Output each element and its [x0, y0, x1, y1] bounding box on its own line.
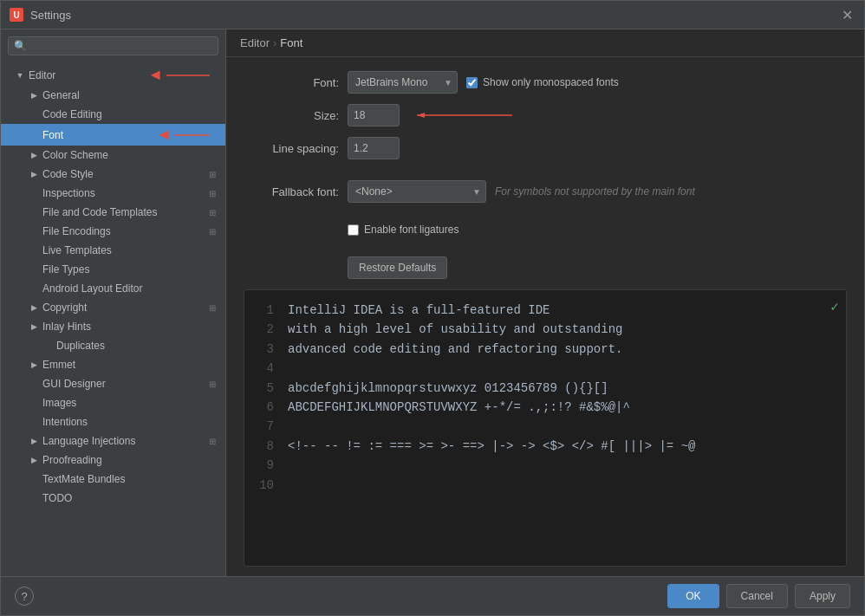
search-input[interactable]	[31, 40, 212, 52]
sidebar-item-font[interactable]: Font ◄	[1, 124, 225, 146]
sidebar-item-inspections[interactable]: Inspections ⊞	[1, 184, 225, 203]
expand-arrow-proofreading	[29, 455, 39, 465]
sidebar-item-gui-designer[interactable]: GUI Designer ⊞	[1, 374, 225, 393]
annotation-line-editor	[166, 68, 218, 82]
icon-right-gui-designer: ⊞	[206, 378, 218, 390]
preview-line-4: 4	[258, 359, 832, 378]
fallback-control: <None> ▼ For symbols not supported by th…	[348, 180, 695, 203]
sidebar-label-inlay-hints: Inlay Hints	[42, 321, 218, 333]
monospaced-checkbox-label[interactable]: Show only monospaced fonts	[466, 76, 619, 88]
sidebar-item-inlay-hints[interactable]: Inlay Hints	[1, 317, 225, 336]
line-num-10: 10	[258, 476, 274, 495]
sidebar-item-intentions[interactable]: Intentions	[1, 412, 225, 431]
monospaced-checkbox[interactable]	[466, 77, 478, 88]
sidebar-label-font: Font	[42, 129, 149, 141]
icon-right-inspections: ⊞	[206, 187, 218, 199]
search-wrap[interactable]: 🔍	[8, 36, 218, 55]
sidebar-item-duplicates[interactable]: Duplicates	[1, 336, 225, 355]
sidebar-label-live-templates: Live Templates	[42, 244, 218, 256]
breadcrumb-parent: Editor	[240, 36, 270, 49]
preview-line-5: 5 abcdefghijklmnopqrstuvwxyz 0123456789 …	[258, 379, 832, 398]
size-input[interactable]	[348, 104, 400, 126]
sidebar-label-color-scheme: Color Scheme	[42, 149, 218, 161]
sidebar-item-file-code-templates[interactable]: File and Code Templates ⊞	[1, 203, 225, 222]
sidebar-item-images[interactable]: Images	[1, 393, 225, 412]
sidebar-item-code-editing[interactable]: Code Editing	[1, 105, 225, 124]
fallback-select[interactable]: <None>	[348, 180, 486, 203]
breadcrumb-current: Font	[280, 36, 302, 49]
apply-button[interactable]: Apply	[795, 584, 850, 608]
cancel-button[interactable]: Cancel	[726, 584, 788, 608]
sidebar-item-proofreading[interactable]: Proofreading	[1, 451, 225, 470]
fallback-hint: For symbols not supported by the main fo…	[495, 185, 695, 198]
help-button[interactable]: ?	[15, 587, 34, 606]
settings-panel: Font: JetBrains Mono Consolas Courier Ne…	[226, 57, 864, 576]
dialog-body: 🔍 Editor ◄ General	[1, 29, 864, 576]
sidebar-item-code-style[interactable]: Code Style ⊞	[1, 165, 225, 184]
sidebar-item-file-encodings[interactable]: File Encodings ⊞	[1, 222, 225, 241]
ligatures-control: Enable font ligatures	[348, 224, 459, 236]
size-setting-row: Size:	[244, 104, 847, 126]
line-spacing-control	[348, 137, 400, 159]
font-select-wrap: JetBrains Mono Consolas Courier New Fira…	[348, 71, 458, 94]
line-code-1: IntelliJ IDEA is a full-featured IDE	[288, 301, 550, 320]
preview-line-2: 2 with a high level of usability and out…	[258, 320, 832, 339]
line-code-5: abcdefghijklmnopqrstuvwxyz 0123456789 ()…	[288, 379, 608, 398]
ligatures-checkbox-label[interactable]: Enable font ligatures	[348, 224, 459, 236]
tree-area: Editor ◄ General Code Editing	[1, 61, 225, 576]
sidebar-label-code-style: Code Style	[42, 168, 203, 180]
ligatures-checkbox[interactable]	[348, 224, 359, 236]
preview-line-3: 3 advanced code editing and refactoring …	[258, 340, 832, 359]
preview-line-6: 6 ABCDEFGHIJKLMNOPQRSTUVWXYZ +-*/= .,;:!…	[258, 398, 832, 417]
line-num-8: 8	[258, 437, 274, 456]
icon-right-code-style: ⊞	[206, 168, 218, 180]
sidebar-label-inspections: Inspections	[42, 187, 203, 199]
sidebar-label-todo: TODO	[42, 492, 218, 504]
preview-line-7: 7	[258, 417, 832, 436]
expand-arrow-emmet	[29, 360, 39, 370]
line-spacing-label: Line spacing:	[244, 142, 339, 155]
sidebar-item-general[interactable]: General	[1, 86, 225, 105]
expand-arrow-copyright	[29, 302, 39, 313]
search-icon: 🔍	[14, 40, 27, 52]
annotation-arrow-font: ◄	[156, 126, 172, 144]
ok-button[interactable]: OK	[667, 584, 719, 608]
sidebar-item-language-injections[interactable]: Language Injections ⊞	[1, 431, 225, 451]
app-icon: U	[10, 8, 23, 22]
close-button[interactable]: ✕	[838, 6, 855, 23]
sidebar-item-color-scheme[interactable]: Color Scheme	[1, 146, 225, 165]
sidebar-label-emmet: Emmet	[42, 359, 218, 371]
annotation-line-font	[175, 128, 218, 142]
sidebar-label-duplicates: Duplicates	[56, 340, 218, 352]
settings-dialog: U Settings ✕ 🔍 Editor ◄	[0, 0, 865, 616]
fallback-select-wrap: <None> ▼	[348, 180, 486, 203]
preview-area: ✓ 1 IntelliJ IDEA is a full-featured IDE…	[244, 289, 847, 567]
sidebar-label-file-code-templates: File and Code Templates	[42, 206, 203, 218]
line-code-8: <!-- -- != := === >= >- ==> |-> -> <$> <…	[288, 437, 695, 456]
sidebar-item-live-templates[interactable]: Live Templates	[1, 241, 225, 260]
check-icon: ✓	[830, 297, 839, 320]
sidebar-item-file-types[interactable]: File Types	[1, 260, 225, 279]
sidebar-item-copyright[interactable]: Copyright ⊞	[1, 298, 225, 317]
sidebar-item-textmate-bundles[interactable]: TextMate Bundles	[1, 470, 225, 489]
restore-btn-row: Restore Defaults	[244, 256, 847, 279]
font-label: Font:	[244, 76, 339, 89]
font-select[interactable]: JetBrains Mono Consolas Courier New Fira…	[348, 71, 458, 94]
sidebar-label-language-injections: Language Injections	[42, 435, 203, 447]
expand-arrow-code-style	[29, 169, 39, 179]
bottom-bar: ? OK Cancel Apply	[1, 576, 864, 615]
sidebar-item-emmet[interactable]: Emmet	[1, 355, 225, 374]
search-box: 🔍	[1, 29, 225, 61]
restore-defaults-button[interactable]: Restore Defaults	[348, 256, 447, 279]
line-spacing-input[interactable]	[348, 137, 400, 159]
sidebar-item-editor[interactable]: Editor ◄	[1, 64, 225, 86]
sidebar-label-proofreading: Proofreading	[42, 454, 218, 466]
sidebar-item-android-layout-editor[interactable]: Android Layout Editor	[1, 279, 225, 298]
breadcrumb: Editor › Font	[226, 29, 864, 57]
line-num-5: 5	[258, 379, 274, 398]
sidebar-label-editor: Editor	[29, 69, 140, 81]
bottom-left: ?	[15, 587, 34, 606]
sidebar-item-todo[interactable]: TODO	[1, 489, 225, 508]
breadcrumb-separator: ›	[273, 36, 276, 49]
dialog-title: Settings	[30, 9, 71, 22]
